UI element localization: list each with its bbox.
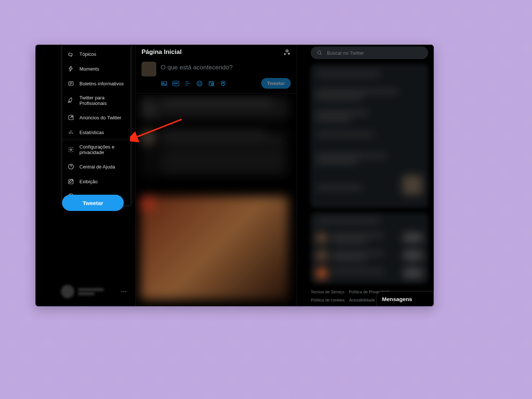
compose-avatar[interactable] [141, 62, 156, 76]
search-icon [317, 50, 323, 56]
search-placeholder: Buscar no Twitter [327, 50, 364, 56]
account-blurred-text [78, 287, 115, 296]
timeline-header: Página Inicial [136, 45, 297, 59]
follow-panel-blurred [311, 213, 428, 284]
svg-point-10 [200, 82, 201, 83]
more-menu-popover: Tópicos Moments Boletins informativos Tw… [62, 45, 131, 205]
account-switcher[interactable]: ··· [61, 283, 129, 300]
newsletter-icon [68, 80, 74, 87]
svg-point-14 [318, 51, 321, 54]
menu-settings-privacy[interactable]: Configurações e privacidade [62, 140, 130, 159]
poll-icon[interactable] [184, 80, 191, 87]
top-tweets-icon[interactable] [283, 48, 291, 56]
account-avatar [61, 285, 74, 298]
footer-link[interactable]: Política de cookies [311, 297, 345, 304]
external-link-icon [68, 114, 74, 121]
svg-point-2 [70, 149, 72, 151]
messages-dock[interactable]: Mensagens [376, 291, 434, 306]
tweet-compose: O que está acontecendo? GIF Tweetar [136, 59, 297, 93]
topics-icon [68, 51, 74, 57]
menu-twitter-for-pros[interactable]: Twitter para Profissionais [62, 91, 130, 110]
page-title: Página Inicial [141, 48, 182, 56]
menu-newsletters[interactable]: Boletins informativos [62, 76, 130, 91]
sidebar: Tópicos Moments Boletins informativos Tw… [35, 45, 133, 306]
messages-label: Mensagens [382, 296, 412, 302]
footer-link[interactable]: Termos de Serviço [311, 289, 344, 296]
compose-tweet-label: Tweetar [267, 81, 285, 86]
moments-icon [68, 65, 74, 72]
compose-toolbar: GIF [161, 80, 226, 87]
menu-label: Twitter para Profissionais [79, 95, 125, 106]
schedule-icon[interactable] [208, 80, 215, 87]
menu-twitter-ads[interactable]: Anúncios do Twitter [62, 110, 130, 125]
trends-panel-blurred [311, 64, 428, 208]
search-input[interactable]: Buscar no Twitter [311, 47, 428, 59]
timeline-column: Página Inicial O que está acontecendo? G… [135, 45, 297, 306]
menu-label: Exibição [79, 179, 98, 184]
location-icon[interactable] [220, 80, 226, 87]
menu-label: Central de Ajuda [79, 164, 115, 170]
menu-label: Boletins informativos [79, 81, 124, 86]
menu-label: Moments [79, 66, 99, 72]
stats-icon [68, 129, 74, 136]
compose-tweet-button[interactable]: Tweetar [261, 78, 291, 89]
sidebar-tweet-label: Tweetar [83, 200, 103, 206]
rocket-icon [68, 97, 74, 104]
gif-icon[interactable]: GIF [173, 80, 179, 87]
menu-topics[interactable]: Tópicos [62, 47, 130, 61]
gear-icon [68, 146, 74, 153]
timeline-feed-blurred [136, 95, 297, 306]
footer-link[interactable]: Mais ··· [311, 305, 324, 306]
emoji-icon[interactable] [196, 80, 203, 87]
menu-label: Anúncios do Twitter [79, 115, 121, 120]
right-column: Buscar no Twitter [305, 45, 434, 306]
footer-link[interactable]: Acessibilidade [349, 297, 375, 304]
sidebar-tweet-button[interactable]: Tweetar [62, 195, 124, 211]
menu-label: Tópicos [79, 51, 96, 57]
app-window: Tópicos Moments Boletins informativos Tw… [35, 45, 434, 306]
menu-display[interactable]: Exibição [62, 174, 130, 189]
svg-point-9 [198, 82, 199, 83]
help-icon [68, 163, 74, 170]
menu-analytics[interactable]: Estatísticas [62, 125, 130, 140]
menu-label: Estatísticas [79, 130, 104, 135]
menu-moments[interactable]: Moments [62, 61, 130, 76]
more-icon: ··· [119, 286, 129, 297]
compose-input[interactable]: O que está acontecendo? [161, 62, 291, 71]
svg-point-13 [222, 82, 224, 83]
display-icon [68, 178, 74, 185]
menu-help-center[interactable]: Central de Ajuda [62, 159, 130, 174]
media-icon[interactable] [161, 80, 167, 87]
svg-point-8 [197, 81, 202, 86]
menu-label: Configurações e privacidade [79, 144, 125, 155]
